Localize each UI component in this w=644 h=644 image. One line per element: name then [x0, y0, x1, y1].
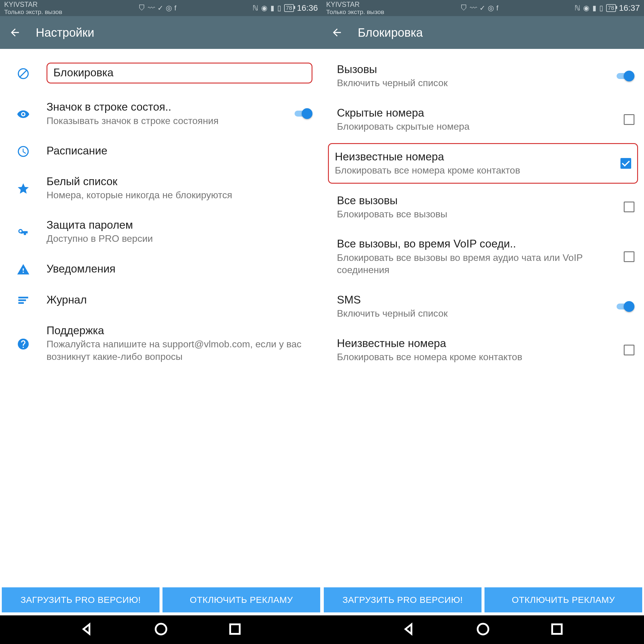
item-title: Вызовы	[337, 63, 602, 76]
system-nav-bar	[0, 615, 644, 644]
block-icon	[8, 66, 38, 80]
nfc-icon: ℕ	[575, 4, 580, 12]
signal-icon: ▮	[592, 4, 596, 12]
key-icon	[8, 225, 38, 239]
list-icon	[8, 293, 38, 307]
battery-icon: 78	[284, 4, 294, 12]
back-button[interactable]	[330, 26, 343, 39]
promo-bar: ЗАГРУЗИТЬ PRO ВЕРСИЮ! ОТКЛЮЧИТЬ РЕКЛАМУ	[322, 586, 644, 615]
checkbox[interactable]	[624, 114, 634, 125]
shield-icon: ⛉	[460, 4, 467, 12]
nav-back-button[interactable]	[402, 622, 416, 637]
signal2-icon: ▯	[277, 4, 281, 12]
item-title: SMS	[337, 293, 602, 307]
status-icons: ⛉ 〰 ✓ ◎ f	[460, 4, 499, 12]
back-button[interactable]	[8, 26, 21, 39]
toggle-switch[interactable]	[615, 71, 634, 81]
carrier-label: KYIVSTAR	[4, 1, 62, 8]
settings-item-schedule[interactable]: Расписание	[0, 135, 322, 166]
chrome-icon: ◎	[166, 4, 172, 12]
svg-rect-3	[552, 624, 562, 634]
check-icon: ✓	[479, 4, 485, 12]
checkbox[interactable]	[620, 158, 631, 169]
facebook-icon: f	[496, 4, 499, 12]
chart-icon: 〰	[470, 4, 477, 12]
toggle-switch[interactable]	[615, 301, 634, 312]
nav-back-button[interactable]	[80, 622, 94, 637]
blocking-item-allcalls[interactable]: Все вызовы Блокировать все вызовы	[322, 185, 644, 229]
blocking-item-sms[interactable]: SMS Включить черный список	[322, 285, 644, 328]
item-sub: Показывать значок в строке состояния	[47, 115, 280, 127]
eye-icon	[8, 106, 38, 121]
screen-settings: KYIVSTAR Только экстр. вызов ⛉ 〰 ✓ ◎ f ℕ…	[0, 0, 322, 615]
blocking-item-unknown2[interactable]: Неизвестные номера Блокировать все номер…	[322, 328, 644, 372]
chrome-icon: ◎	[488, 4, 494, 12]
item-title: Все вызовы	[337, 194, 602, 208]
item-sub: Включить черный список	[337, 77, 602, 89]
blocking-item-calls[interactable]: Вызовы Включить черный список	[322, 54, 644, 98]
settings-item-log[interactable]: Журнал	[0, 284, 322, 315]
item-sub: Блокировать все вызовы	[337, 208, 602, 221]
item-title: Уведомления	[47, 262, 312, 276]
help-icon	[8, 336, 38, 351]
app-bar: Блокировка	[322, 16, 644, 49]
chart-icon: 〰	[148, 4, 155, 12]
settings-list: Блокировка Значок в строке состоя.. Пока…	[0, 49, 322, 586]
settings-item-support[interactable]: Поддержка Пожалуйста напишите на support…	[0, 315, 322, 371]
star-icon	[8, 181, 38, 195]
blocking-item-hidden[interactable]: Скрытые номера Блокировать скрытые номер…	[322, 98, 644, 141]
check-icon: ✓	[157, 4, 163, 12]
facebook-icon: f	[174, 4, 177, 12]
nav-home-button[interactable]	[154, 622, 168, 637]
item-title: Блокировка	[53, 66, 114, 79]
item-sub: Блокировать все номера кроме контактов	[335, 164, 599, 177]
item-title: Неизвестные номера	[337, 337, 602, 350]
svg-point-2	[478, 624, 488, 634]
checkbox[interactable]	[624, 345, 634, 355]
battery-icon: 78	[606, 4, 616, 12]
settings-item-notifications[interactable]: Уведомления	[0, 253, 322, 284]
item-title: Белый список	[47, 175, 312, 188]
settings-item-whitelist[interactable]: Белый список Номера, которые никогда не …	[0, 166, 322, 210]
nav-home-button[interactable]	[476, 622, 490, 637]
item-title: Значок в строке состоя..	[47, 100, 280, 114]
wifi-icon: ◉	[583, 4, 589, 12]
item-title: Защита паролем	[47, 218, 312, 232]
warning-icon	[8, 262, 38, 276]
signal2-icon: ▯	[599, 4, 603, 12]
settings-item-blocking[interactable]: Блокировка	[0, 54, 322, 92]
item-sub: Пожалуйста напишите на support@vlmob.com…	[47, 338, 312, 363]
item-sub: Включить черный список	[337, 307, 602, 320]
svg-point-0	[156, 624, 166, 634]
item-sub: Блокировать все номера кроме контактов	[337, 351, 602, 363]
toggle-switch[interactable]	[293, 108, 312, 119]
checkbox[interactable]	[624, 251, 634, 262]
item-sub: Доступно в PRO версии	[47, 233, 312, 245]
pro-button[interactable]: ЗАГРУЗИТЬ PRO ВЕРСИЮ!	[324, 587, 482, 612]
pro-button[interactable]: ЗАГРУЗИТЬ PRO ВЕРСИЮ!	[2, 587, 160, 612]
clock-label: 16:36	[297, 3, 318, 13]
item-title: Расписание	[47, 144, 312, 158]
status-bar: KYIVSTAR Только экстр. вызов ⛉ 〰 ✓ ◎ f ℕ…	[322, 0, 644, 16]
screen-blocking: KYIVSTAR Только экстр. вызов ⛉ 〰 ✓ ◎ f ℕ…	[322, 0, 644, 615]
carrier-label: KYIVSTAR	[326, 1, 384, 8]
nfc-icon: ℕ	[253, 4, 258, 12]
nav-recent-button[interactable]	[228, 622, 242, 637]
disable-ads-button[interactable]: ОТКЛЮЧИТЬ РЕКЛАМУ	[162, 587, 320, 612]
appbar-title: Блокировка	[358, 26, 423, 39]
nav-recent-button[interactable]	[550, 622, 564, 637]
item-sub: Блокировать скрытые номера	[337, 120, 602, 133]
settings-item-statusbar-icon[interactable]: Значок в строке состоя.. Показывать знач…	[0, 92, 322, 135]
wifi-icon: ◉	[261, 4, 267, 12]
clock-label: 16:37	[619, 3, 640, 13]
settings-item-password[interactable]: Защита паролем Доступно в PRO версии	[0, 210, 322, 253]
shield-icon: ⛉	[138, 4, 145, 12]
item-title: Поддержка	[47, 324, 312, 338]
blocking-item-voip[interactable]: Все вызовы, во время VoIP соеди.. Блокир…	[322, 229, 644, 284]
disable-ads-button[interactable]: ОТКЛЮЧИТЬ РЕКЛАМУ	[484, 587, 642, 612]
blocking-item-unknown[interactable]: Неизвестные номера Блокировать все номер…	[328, 143, 638, 184]
checkbox[interactable]	[624, 202, 634, 212]
clock-icon	[8, 144, 38, 158]
blocking-list: Вызовы Включить черный список Скрытые но…	[322, 49, 644, 586]
item-title: Журнал	[47, 293, 312, 307]
